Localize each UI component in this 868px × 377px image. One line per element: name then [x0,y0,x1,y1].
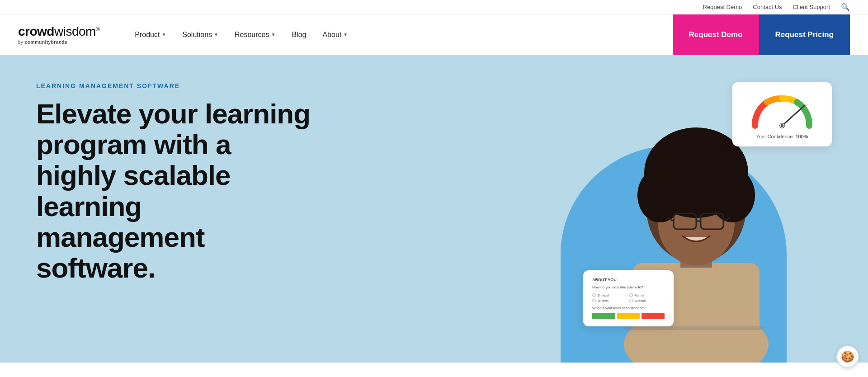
quiz-radio-1 [592,293,596,297]
main-navigation: crowdwisdom® by communitybrands Product … [0,14,868,55]
quiz-radio-3 [592,299,596,302]
contact-us-link[interactable]: Contact Us [753,4,782,10]
utility-bar: Request Demo Contact Us Client Support 🔍 [0,0,868,14]
quiz-question-1: How do you describe your role? [592,285,665,290]
quiz-option-2: Admin [629,293,665,297]
quiz-radio-2 [629,293,633,297]
nav-item-product[interactable]: Product ▼ [127,14,174,55]
nav-resources-label: Resources [235,31,269,39]
quiz-confidence-buttons [592,313,665,319]
hero-section: LEARNING MANAGEMENT SOFTWARE Elevate you… [0,55,868,363]
quiz-radio-4 [629,299,633,302]
confidence-btn-red [642,313,665,319]
chevron-down-icon: ▼ [214,32,218,37]
client-support-link[interactable]: Client Support [793,4,830,10]
gauge-label: Your Confidence: 100% [743,134,821,139]
svg-rect-14 [624,326,764,330]
gauge-widget: Your Confidence: 100% [732,82,832,146]
quiz-option-1: Sr. level [592,293,627,297]
nav-ctas: Request Demo Request Pricing [673,14,850,55]
chevron-down-icon: ▼ [343,32,348,37]
nav-product-label: Product [135,31,160,39]
quiz-widget-title: ABOUT YOU [592,278,665,282]
nav-about-label: About [322,31,341,39]
quiz-option-3: Jr. level [592,299,627,302]
nav-blog-label: Blog [292,31,306,39]
logo-crowd: crowd [18,24,54,38]
request-demo-button[interactable]: Request Demo [673,14,759,55]
search-icon: 🔍 [841,3,850,11]
quiz-question-2: What is your level of confidence? [592,306,665,310]
hero-headline: Elevate your learning program with a hig… [36,99,316,283]
quiz-options: Sr. level Admin Jr. level Director [592,293,665,302]
logo-subtitle: by communitybrands [18,40,99,45]
search-button[interactable]: 🔍 [841,3,850,11]
nav-item-solutions[interactable]: Solutions ▼ [174,14,226,55]
nav-item-resources[interactable]: Resources ▼ [226,14,283,55]
logo-text: crowdwisdom® [18,24,99,39]
hero-content: LEARNING MANAGEMENT SOFTWARE Elevate you… [36,82,316,283]
chevron-down-icon: ▼ [271,32,276,37]
request-demo-link[interactable]: Request Demo [703,4,742,10]
nav-item-blog[interactable]: Blog [283,14,314,55]
quiz-option-4: Director [629,299,665,302]
cookie-icon: 🍪 [841,350,854,363]
nav-item-about[interactable]: About ▼ [314,14,356,55]
logo-wisdom: wisdom [54,24,96,38]
svg-line-15 [782,105,805,126]
chevron-down-icon: ▼ [161,32,166,37]
svg-point-8 [656,132,737,182]
confidence-btn-green [592,313,615,319]
gauge-svg [744,90,821,130]
quiz-widget: ABOUT YOU How do you describe your role?… [583,270,674,326]
nav-solutions-label: Solutions [182,31,212,39]
request-pricing-button[interactable]: Request Pricing [759,14,850,55]
logo[interactable]: crowdwisdom® by communitybrands [18,24,99,45]
nav-links: Product ▼ Solutions ▼ Resources ▼ Blog A… [127,14,672,55]
hero-eyebrow: LEARNING MANAGEMENT SOFTWARE [36,82,316,90]
confidence-btn-yellow [617,313,640,319]
